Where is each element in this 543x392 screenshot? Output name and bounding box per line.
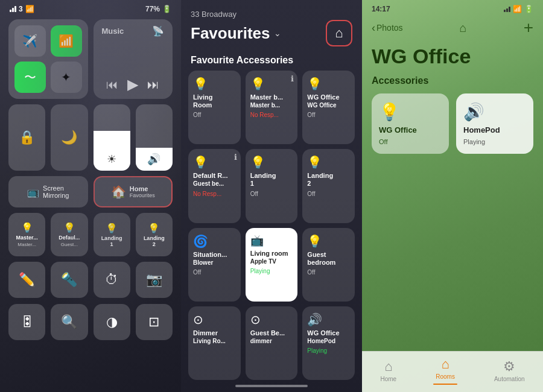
list-item[interactable]: 💡 ℹ Master b...Master b... No Resp... [246,71,298,144]
screen-mirroring-icon: 📺 [27,186,39,198]
list-item[interactable]: 🌀 Situation...Blower Off [188,228,241,302]
tile-name: WG OfficeHomePod [307,329,350,345]
landing1-label: Landing1 [101,235,122,247]
dimmer-icon: ⊙ [193,312,236,327]
back-chevron-icon: ‹ [372,22,375,34]
tile-name: Landing1 [250,172,293,188]
battery-label: 77% [145,5,160,13]
do-not-disturb-button[interactable]: 🌙 [51,104,87,171]
tile-name: Guest Be...dimmer [250,329,293,345]
accessories-section-label: Accessories [372,75,533,86]
music-block: Music 📡 ⏮ ▶ ⏭ [94,19,173,99]
remote-button[interactable]: 🎛 [8,304,45,340]
tab-home[interactable]: ⌂ Home [380,359,396,382]
brightness-slider[interactable]: ☀ [94,104,130,171]
cellular-button[interactable]: 📶 [51,25,82,57]
list-item[interactable]: 💡 Landing1 Off [246,149,298,223]
homepod-status: Playing [463,138,526,145]
tile-name: WG OfficeWG Office [307,93,350,109]
list-item[interactable]: 💡 Landing2 Off [302,149,355,223]
homepod-tile[interactable]: 🔊 HomePod Playing [456,93,533,154]
homepod-speaker-icon: 🔊 [463,102,526,122]
house-icon-button[interactable]: ⌂ [326,20,352,46]
favourites-chevron-icon[interactable]: ⌄ [274,28,281,38]
back-button[interactable]: ‹ Photos [372,22,403,34]
wg-content: Accessories 💡 WG Office Off 🔊 HomePod Pl… [362,75,543,351]
appletv-icon: 📺 [250,234,293,247]
accessories-grid: 💡 LivingRoom Off 💡 ℹ Master b...Master b… [181,71,362,380]
favourites-title: Favourites [191,24,270,43]
airplay-icon[interactable]: 📡 [152,25,164,37]
play-button[interactable]: ▶ [127,76,138,93]
bluetooth-button[interactable]: ✦ [51,62,82,93]
list-item[interactable]: 💡 WG OfficeWG Office Off [302,71,355,144]
landing2-shortcut[interactable]: 💡 Landing2 [136,213,173,256]
tile-status: No Resp... [250,112,293,118]
screen-lock-button[interactable]: 🔒 [8,104,45,171]
wg-office-bulb-icon: 💡 [379,102,442,122]
forward-button[interactable]: ⏭ [147,78,159,92]
tile-name: DimmerLiving Ro... [193,329,236,345]
volume-slider[interactable]: 🔊 [136,104,173,171]
nav-bar: ‹ Photos ⌂ + [362,16,543,42]
airplane-mode-button[interactable]: ✈️ [14,25,46,57]
status-bar-1: 3 📶 77% 🔋 [0,0,181,16]
tile-status: Off [307,191,350,197]
tile-name: Guestbedroom [307,251,350,267]
home-nav-icon[interactable]: ⌂ [460,21,467,35]
wifi-button[interactable]: 〜 [14,62,46,93]
dark-mode-button[interactable]: ◑ [94,304,130,340]
home-sub-label: Favourites [130,192,155,198]
list-item[interactable]: 💡 LivingRoom Off [188,71,241,144]
list-item[interactable]: 🔊 WG OfficeHomePod Playing [302,306,355,380]
bulb-icon: 💡 [193,155,236,169]
notes-button[interactable]: ✏️ [8,262,45,298]
magnifier-button[interactable]: 🔍 [51,304,87,340]
list-item[interactable]: 💡 ℹ Default R...Guest be... No Resp... [188,149,241,223]
signal-icon [504,7,510,12]
carrier-label: 3 [19,5,23,13]
bulb-icon: 💡 [250,155,293,169]
wg-office-tile[interactable]: 💡 WG Office Off [372,93,449,154]
music-controls: ⏮ ▶ ⏭ [102,76,165,93]
tile-status: Off [307,112,350,118]
favourite-accessories-label: Favourite Accessories [181,51,362,71]
wifi-icon-3: 📶 [513,5,522,13]
wifi-icon: 📶 [25,5,34,13]
list-item[interactable]: 📺 Living roomApple TV Playing [246,228,298,302]
signal-strength-icon [10,6,16,12]
list-item[interactable]: ⊙ Guest Be...dimmer [246,306,298,380]
rewind-button[interactable]: ⏮ [106,78,118,92]
qr-scanner-button[interactable]: ⊡ [136,304,173,340]
tile-status: Off [250,191,293,197]
tile-status: Playing [250,268,293,274]
home-button[interactable]: 🏠 Home Favourites [94,176,173,207]
bulb-icon: 💡 [307,234,350,248]
home-tab-label: Home [380,376,396,382]
home-favourites-panel: 33 Broadway Favourites ⌄ ⌂ Favourite Acc… [181,0,362,392]
timer-button[interactable]: ⏱ [94,262,130,298]
tab-rooms[interactable]: ⌂ Rooms [433,356,457,385]
camera-button[interactable]: 📷 [136,262,173,298]
landing1-shortcut[interactable]: 💡 Landing1 [94,213,130,256]
landing1-icon: 💡 [106,223,118,234]
tab-automation[interactable]: ⚙ Automation [494,359,525,382]
homepod-name: HomePod [463,125,526,134]
status-icons: 📶 🔋 [504,5,533,13]
status-right: 77% 🔋 [145,5,171,13]
default-sub: Guest... [61,242,78,247]
list-item[interactable]: ⊙ DimmerLiving Ro... [188,306,241,380]
master-shortcut[interactable]: 💡 Master... Master... [8,213,45,256]
screen-mirroring-button[interactable]: 📺 ScreenMirroring [8,176,88,207]
control-center-panel: 3 📶 77% 🔋 ✈️ 📶 〜 ✦ Music 📡 [0,0,181,392]
connectivity-block: ✈️ 📶 〜 ✦ [8,19,88,99]
flashlight-button[interactable]: 🔦 [51,262,87,298]
wg-office-name: WG Office [379,125,442,134]
default-shortcut[interactable]: 💡 Defaul... Guest... [51,213,87,256]
list-item[interactable]: 💡 Guestbedroom Off [302,228,355,302]
tile-status: Off [193,112,236,118]
info-icon: ℹ [234,153,237,162]
automation-tab-label: Automation [494,376,525,382]
status-left: 3 📶 [10,5,34,13]
add-button[interactable]: + [524,18,533,37]
